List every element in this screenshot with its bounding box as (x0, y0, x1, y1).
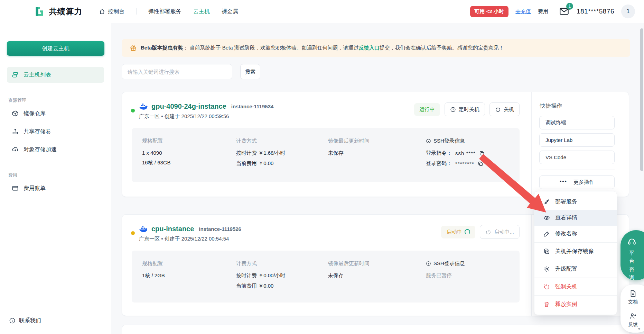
instance-name[interactable]: gpu-4090-24g-instance (151, 102, 226, 110)
power-off-icon (495, 107, 501, 112)
gift-icon (130, 45, 137, 51)
starting-button[interactable]: 启动中... (480, 225, 520, 239)
sidebar-item-host-list[interactable]: 云主机列表 (7, 67, 104, 83)
sidebar-section-resource: 资源管理 (7, 97, 104, 103)
debug-terminal-button[interactable]: 调试终端 (539, 116, 615, 129)
vscode-button[interactable]: VS Code (539, 151, 615, 164)
ssh-command-row: 登录指令： ssh **** (426, 150, 520, 156)
more-actions-menu: 部署服务 查看详情 修改名称 关机并保存镜像 升级配置 (534, 191, 617, 315)
menu-item-release-instance[interactable]: 释放实例 (534, 296, 617, 312)
image-updated-value: 未保存 (328, 150, 426, 156)
document-icon (629, 290, 637, 297)
power-off-icon (543, 283, 550, 290)
brand[interactable]: 共绩算力 (34, 6, 82, 17)
instance-card-cpu-info: cpu-instance instance-1119526 广东一区 • 创建于… (122, 215, 531, 316)
status-badge-running: 运行中 (414, 103, 440, 116)
cloud-bolt-icon (12, 146, 19, 153)
ssh-command-value: ssh **** (455, 150, 476, 156)
menu-item-shutdown-save-image[interactable]: 关机并保存镜像 (534, 243, 617, 259)
quick-actions-panel: 快捷操作 调试终端 Jupyter Lab VS Code ••• 更多操作 (531, 92, 629, 197)
jupyter-lab-button[interactable]: Jupyter Lab (539, 133, 615, 147)
top-navbar: 共绩算力 控制台 弹性部署服务 云主机 裸金属 可用 <2 小时 去充值 费 (0, 0, 644, 23)
spec-value: 1核 / 2GB (142, 272, 236, 279)
headset-icon (627, 237, 636, 246)
page: 共绩算力 控制台 弹性部署服务 云主机 裸金属 可用 <2 小时 去充值 费 (0, 0, 644, 334)
nav-cloud-host[interactable]: 云主机 (193, 8, 210, 15)
server-icon (12, 71, 19, 78)
instance-card-peek (122, 325, 629, 334)
menu-divider (534, 242, 617, 243)
menu-item-upgrade-config[interactable]: 升级配置 (534, 261, 617, 277)
info-circle-icon (9, 317, 16, 324)
user-phone: 181****5876 (577, 8, 614, 15)
sidebar-item-object-storage[interactable]: 对象存储加速 (7, 142, 104, 157)
mail-button[interactable]: 1 (559, 7, 570, 16)
rocket-icon (543, 199, 550, 205)
feedback-entry-link[interactable]: 反馈入口 (359, 45, 380, 51)
scrollbar-thumb[interactable] (640, 28, 643, 171)
instance-name[interactable]: cpu-instance (151, 225, 194, 233)
nav-console-label: 控制台 (108, 8, 124, 15)
docs-button[interactable]: 文档 (625, 290, 641, 305)
scroll-down-indicator: ▼ (637, 326, 641, 331)
loading-spinner-icon (465, 229, 470, 235)
nav-bare-metal[interactable]: 裸金属 (222, 8, 238, 15)
service-paused-text: 服务已暂停 (426, 272, 520, 279)
trash-icon (543, 301, 550, 308)
contact-us-label: 联系我们 (19, 317, 41, 324)
quick-actions-divider (539, 170, 615, 170)
instance-cpu-details: 规格配置 1核 / 2GB 计费方式 按时计费 ￥0.00/小时 当前费用 ￥0… (132, 251, 520, 303)
nav-console[interactable]: 控制台 (99, 8, 124, 15)
shutdown-button[interactable]: 关机 (489, 102, 520, 116)
brand-name: 共绩算力 (49, 6, 82, 17)
billing-current: 当前费用 ￥0.00 (236, 160, 328, 167)
ssh-info-label: SSH登录信息 (426, 260, 520, 267)
billing-menu[interactable]: 费用 (538, 8, 548, 15)
avatar[interactable]: 1 (621, 4, 635, 18)
banner-title: Beta版本捉虫有奖： (141, 45, 188, 51)
instance-cpu-header: cpu-instance instance-1119526 广东一区 • 创建于… (130, 225, 520, 242)
quota-badge: 可用 <2 小时 (470, 6, 508, 17)
sidebar-item-billing[interactable]: 费用账单 (7, 180, 104, 196)
sidebar-section-billing: 费用 (7, 172, 104, 178)
sidebar-item-shared-storage[interactable]: 共享存储卷 (7, 124, 104, 139)
mail-count-badge: 1 (566, 3, 573, 10)
menu-item-deploy-service[interactable]: 部署服务 (534, 194, 617, 210)
banner-text-after: 提交，我们会在确认后给予奖励。感谢您的宝贵意见！ (380, 45, 504, 51)
create-host-button[interactable]: 创建云主机 (7, 41, 104, 56)
docs-label: 文档 (628, 299, 638, 305)
eye-icon (543, 215, 550, 221)
copy-icon[interactable] (479, 151, 485, 156)
nav-elastic-deploy[interactable]: 弹性部署服务 (148, 8, 181, 15)
clock-icon (450, 107, 456, 112)
spec-label: 规格配置 (142, 138, 236, 144)
main-nav: 控制台 弹性部署服务 云主机 裸金属 (99, 8, 238, 15)
ssh-info-label: SSH登录信息 (426, 138, 520, 144)
sidebar-resource-list: 镜像仓库 共享存储卷 对象存储加速 (7, 106, 104, 157)
scheduled-shutdown-button[interactable]: 定时关机 (445, 102, 485, 116)
menu-item-rename[interactable]: 修改名称 (534, 226, 617, 242)
banner-text-before: 当前系统处于 Beta 测试阶段，欢迎您积极体验。如遇到任何问题，请通过 (190, 45, 359, 51)
ssh-password-row: 登录密码： ******** (426, 160, 520, 167)
instance-gpu-header: gpu-4090-24g-instance instance-1119534 广… (130, 102, 520, 120)
menu-item-view-details[interactable]: 查看详情 (534, 210, 617, 226)
menu-item-force-shutdown[interactable]: 强制关机 (534, 279, 617, 295)
sidebar-host-list-label: 云主机列表 (24, 71, 51, 79)
feedback-button[interactable]: 反馈 (625, 312, 641, 328)
beta-banner: Beta版本捉虫有奖： 当前系统处于 Beta 测试阶段，欢迎您积极体验。如遇到… (122, 39, 630, 57)
instance-id: instance-1119534 (231, 103, 274, 109)
search-input[interactable] (122, 64, 232, 79)
copy-icon[interactable] (478, 161, 483, 166)
more-actions-button[interactable]: ••• 更多操作 (539, 175, 615, 189)
instance-card-gpu: gpu-4090-24g-instance instance-1119534 广… (122, 92, 629, 197)
quick-actions-title: 快捷操作 (540, 102, 621, 110)
search-row: 搜索 (122, 64, 644, 79)
page-scrollbar[interactable] (640, 24, 643, 333)
nav-bare-metal-label: 裸金属 (222, 8, 238, 15)
contact-us[interactable]: 联系我们 (7, 317, 41, 324)
sidebar-item-image-repo[interactable]: 镜像仓库 (7, 106, 104, 121)
search-button[interactable]: 搜索 (240, 64, 260, 79)
platform-consult-label: 平台咨询 (629, 249, 635, 281)
ssh-password-value: ******** (455, 161, 474, 166)
recharge-link[interactable]: 去充值 (515, 8, 531, 15)
